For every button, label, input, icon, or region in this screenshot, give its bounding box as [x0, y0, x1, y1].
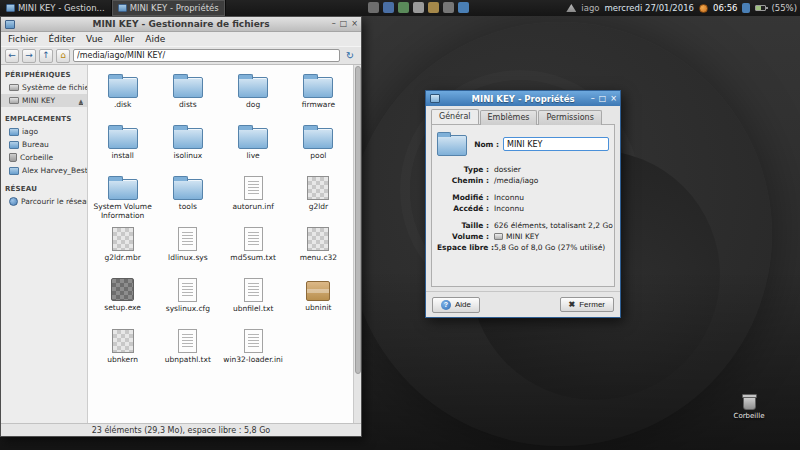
file-name: setup.exe: [104, 303, 141, 312]
notes-icon[interactable]: [428, 2, 439, 13]
file-item[interactable]: autorun.inf: [221, 175, 286, 221]
close-icon[interactable]: ×: [351, 20, 358, 28]
name-input[interactable]: [503, 137, 609, 151]
close-button[interactable]: ✖ Fermer: [560, 297, 614, 312]
panel-username[interactable]: iago: [581, 3, 599, 13]
file-item[interactable]: install: [90, 124, 155, 170]
name-label: Nom :: [471, 140, 499, 149]
folder-icon: [173, 179, 203, 200]
field-label: Modifié :: [437, 193, 489, 202]
location-bar-input[interactable]: [73, 49, 340, 62]
menu-item[interactable]: Vue: [86, 34, 103, 44]
sidebar-item-label: Bureau: [22, 140, 49, 149]
network-icon: [9, 197, 18, 206]
file-manager-titlebar[interactable]: MINI KEY - Gestionnaire de fichiers – □ …: [1, 17, 361, 32]
file-name: ubnkern: [107, 355, 138, 364]
field-label: Volume :: [437, 232, 489, 241]
panel-date[interactable]: mercredi 27/01/2016: [604, 3, 693, 13]
menu-item[interactable]: Fichier: [8, 34, 37, 44]
field-label: Type :: [437, 165, 489, 174]
file-item[interactable]: tools: [155, 175, 220, 221]
folder-icon: [108, 128, 138, 149]
dialog-tab[interactable]: Permissions: [538, 110, 601, 125]
taskbar-window-button[interactable]: MINI KEY - Gestion...: [0, 0, 112, 16]
file-item[interactable]: firmware: [286, 73, 351, 119]
file-name: menu.c32: [300, 253, 337, 262]
file-item[interactable]: g2ldr: [286, 175, 351, 221]
maximize-icon[interactable]: □: [340, 20, 348, 28]
close-icon[interactable]: ×: [610, 95, 617, 103]
window-folder-icon: [5, 20, 15, 29]
file-name: md5sum.txt: [230, 253, 276, 262]
workspace-icon[interactable]: [368, 2, 379, 13]
properties-dialog-titlebar[interactable]: MINI KEY - Propriétés – □ ×: [426, 91, 620, 106]
vertical-scrollbar[interactable]: [353, 65, 361, 423]
taskbar-window-button[interactable]: MINI KEY - Propriétés: [112, 0, 226, 16]
file-item[interactable]: isolinux: [155, 124, 220, 170]
sidebar-section-places: EMPLACEMENTS: [1, 112, 87, 125]
forward-icon[interactable]: →: [22, 49, 36, 63]
battery-icon[interactable]: [755, 5, 766, 11]
file-item[interactable]: syslinux.cfg: [155, 277, 220, 323]
sidebar-item[interactable]: Corbeille: [1, 151, 87, 164]
menu-item[interactable]: Aide: [145, 34, 165, 44]
file-item[interactable]: menu.c32: [286, 226, 351, 272]
sidebar-item[interactable]: Bureau: [1, 138, 87, 151]
sidebar-item[interactable]: MINI KEY ▲: [1, 94, 87, 107]
back-icon[interactable]: ←: [5, 49, 19, 63]
reload-icon[interactable]: ↻: [343, 49, 357, 63]
sidebar-item[interactable]: Système de fichiers: [1, 81, 87, 94]
dialog-tab[interactable]: Général: [431, 109, 479, 124]
file-item[interactable]: ubnpathl.txt: [155, 328, 220, 374]
dialog-tabs: Général Emblèmes Permissions: [426, 106, 620, 124]
file-item[interactable]: ubnfilel.txt: [221, 277, 286, 323]
maximize-icon[interactable]: □: [599, 95, 607, 103]
clipboard-icon[interactable]: [413, 2, 424, 13]
file-manager-window: MINI KEY - Gestionnaire de fichiers – □ …: [0, 16, 362, 437]
sidebar-item[interactable]: Parcourir le réseau: [1, 195, 87, 208]
file-item[interactable]: setup.exe: [90, 277, 155, 323]
file-item[interactable]: live: [221, 124, 286, 170]
file-item[interactable]: ubninit: [286, 277, 351, 323]
network-icon[interactable]: [566, 4, 576, 12]
file-name: win32-loader.ini: [223, 355, 283, 364]
panel-clock[interactable]: 06:56: [713, 3, 738, 13]
close-button-label: Fermer: [579, 300, 605, 309]
taskbar-window-label: MINI KEY - Gestion...: [18, 3, 105, 13]
sidebar-item[interactable]: iago: [1, 125, 87, 138]
update-icon[interactable]: [398, 2, 409, 13]
file-name: g2ldr: [309, 202, 328, 211]
folder-icon: [238, 128, 268, 149]
trash-label: Corbeille: [733, 412, 765, 420]
file-item[interactable]: ubnkern: [90, 328, 155, 374]
folder-icon: [173, 128, 203, 149]
desktop-trash[interactable]: Corbeille: [733, 396, 765, 420]
file-item[interactable]: dists: [155, 73, 220, 119]
menu-item[interactable]: Aller: [114, 34, 134, 44]
sidebar-section-network: RÉSEAU: [1, 182, 87, 195]
screenshot-icon[interactable]: [383, 2, 394, 13]
file-item[interactable]: .disk: [90, 73, 155, 119]
dialog-tab[interactable]: Emblèmes: [480, 110, 538, 125]
file-item[interactable]: g2ldr.mbr: [90, 226, 155, 272]
file-item[interactable]: ldlinux.sys: [155, 226, 220, 272]
file-name: ubnpathl.txt: [165, 355, 211, 364]
minimize-icon[interactable]: –: [332, 20, 336, 28]
volume-icon[interactable]: [458, 2, 469, 13]
minimize-icon[interactable]: –: [591, 95, 595, 103]
desktop: MINI KEY - Gestion... MINI KEY - Proprié…: [0, 0, 800, 450]
file-item[interactable]: pool: [286, 124, 351, 170]
home-icon[interactable]: ⌂: [56, 49, 70, 63]
file-item[interactable]: dog: [221, 73, 286, 119]
removable-media-icon[interactable]: [443, 2, 454, 13]
file-item[interactable]: win32-loader.ini: [221, 328, 286, 374]
menu-item[interactable]: Éditer: [48, 34, 75, 44]
help-button[interactable]: ? Aide: [432, 297, 480, 313]
scrollbar-thumb[interactable]: [355, 66, 361, 374]
eject-icon[interactable]: ▲: [79, 98, 83, 104]
file-item[interactable]: System Volume Information: [90, 175, 155, 221]
up-icon[interactable]: ↑: [39, 49, 53, 63]
sidebar-item[interactable]: Alex Harvey_Best...: [1, 164, 87, 177]
file-item[interactable]: md5sum.txt: [221, 226, 286, 272]
bluetooth-icon[interactable]: [742, 3, 750, 13]
